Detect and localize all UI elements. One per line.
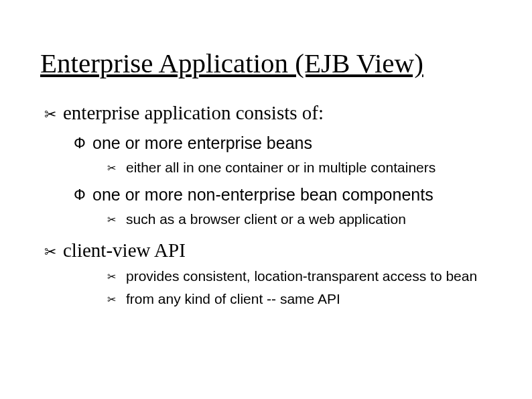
slide: Enterprise Application (EJB View) ✂ ente… — [0, 0, 532, 337]
scissors-icon: ✂ — [107, 211, 126, 226]
bullet-text: one or more enterprise beans — [92, 133, 492, 153]
bullet-text: from any kind of client -- same API — [126, 291, 492, 307]
bullet-text: either all in one container or in multip… — [126, 160, 492, 176]
bullet-level3: ✂ provides consistent, location-transpar… — [107, 268, 492, 284]
bullet-level1: ✂ enterprise application consists of: — [44, 102, 492, 124]
scissors-icon: ✂ — [107, 160, 126, 174]
bullet-level2: Փ one or more non-enterprise bean compon… — [74, 185, 492, 205]
bullet-text: such as a browser client or a web applic… — [126, 211, 492, 227]
slide-title: Enterprise Application (EJB View) — [40, 47, 492, 79]
bullet-level3: ✂ either all in one container or in mult… — [107, 160, 492, 176]
scissors-icon: ✂ — [44, 102, 63, 123]
scissors-icon: ✂ — [44, 239, 63, 261]
bullet-text: client-view API — [63, 239, 492, 262]
bullet-level2: Փ one or more enterprise beans — [74, 133, 492, 153]
bullet-level3: ✂ such as a browser client or a web appl… — [107, 211, 492, 227]
bullet-text: enterprise application consists of: — [63, 102, 492, 124]
bullet-level3: ✂ from any kind of client -- same API — [107, 291, 492, 307]
bullet-text: one or more non-enterprise bean componen… — [92, 185, 492, 205]
scissors-icon: ✂ — [107, 291, 126, 306]
tilde-icon: Փ — [74, 185, 92, 204]
bullet-text: provides consistent, location-transparen… — [126, 268, 492, 284]
scissors-icon: ✂ — [107, 268, 126, 283]
bullet-level1: ✂ client-view API — [44, 239, 492, 262]
tilde-icon: Փ — [74, 133, 92, 152]
